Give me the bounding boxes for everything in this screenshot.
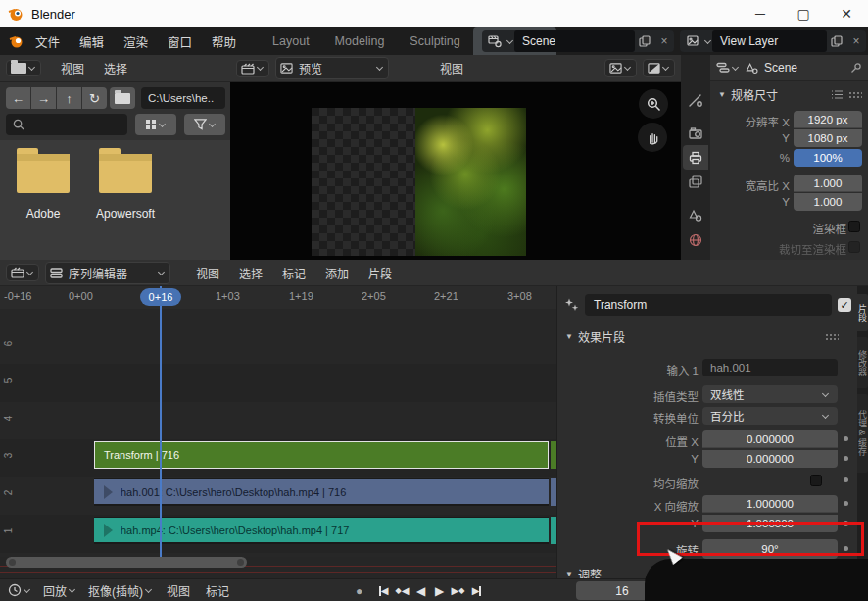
tab-render[interactable] <box>683 121 708 145</box>
menu-edit[interactable]: 编辑 <box>70 32 114 51</box>
animate-dot[interactable] <box>844 501 848 506</box>
interpolation-dropdown[interactable]: 双线性 <box>702 385 838 403</box>
display-mode-button[interactable] <box>135 114 176 135</box>
chevron-down-icon[interactable] <box>732 63 739 70</box>
resolution-y-field[interactable]: 1080 px <box>794 129 862 147</box>
chevron-down-icon[interactable] <box>506 36 513 43</box>
position-y-field[interactable]: 0.000000 <box>702 450 838 468</box>
vtab-modifiers[interactable]: 修改器 <box>857 337 868 388</box>
refresh-button[interactable]: ↻ <box>82 87 107 109</box>
seq-menu-view[interactable]: 视图 <box>186 265 229 281</box>
duplicate-viewlayer-icon[interactable] <box>827 35 846 47</box>
preview-viewport[interactable] <box>230 82 681 260</box>
dimensions-section-header[interactable]: ▼ 规格尺寸 <box>710 81 868 106</box>
tab-tool[interactable] <box>683 87 708 112</box>
folder-item-adobe[interactable]: Adobe <box>4 154 82 221</box>
preview-mode-dropdown[interactable]: 预览 <box>275 57 389 79</box>
display-filter-icon[interactable] <box>716 62 730 74</box>
seq-menu-add[interactable]: 添加 <box>315 265 359 281</box>
menu-file[interactable]: 文件 <box>25 32 70 51</box>
uniform-scale-checkbox[interactable] <box>810 475 822 486</box>
duplicate-scene-icon[interactable] <box>635 35 654 47</box>
translation-unit-dropdown[interactable]: 百分比 <box>702 407 838 425</box>
search-field[interactable] <box>6 114 127 135</box>
tab-scene[interactable] <box>683 203 708 227</box>
play-reverse-button[interactable]: ◀ <box>412 582 429 600</box>
effect-strip-section-header[interactable]: ▼ 效果片段 <box>557 324 858 348</box>
vtab-strip[interactable]: 片段 <box>857 294 868 331</box>
panel-grip-icon[interactable] <box>825 333 839 340</box>
position-x-field[interactable]: 0.000000 <box>702 430 838 448</box>
input1-field[interactable]: hah.001 <box>702 359 838 376</box>
play-button[interactable]: ▶ <box>431 582 448 600</box>
render-border-checkbox[interactable] <box>848 221 860 232</box>
remove-viewlayer-icon[interactable]: × <box>846 34 866 48</box>
next-keyframe-button[interactable]: ▶◆ <box>450 582 466 600</box>
folder-item-apowersoft[interactable]: Apowersoft <box>86 154 165 221</box>
presets-list-icon[interactable] <box>831 89 844 100</box>
hahmp4-strip[interactable]: hah.mp4: C:\Users\hero\Desktop\hah.mp4 |… <box>94 517 549 544</box>
pin-icon[interactable] <box>850 62 862 74</box>
preview-menu-view[interactable]: 视图 <box>430 60 473 76</box>
preview-editor-type-button[interactable] <box>236 60 269 77</box>
scale-x-field[interactable]: 1.000000 <box>702 495 838 513</box>
tab-modeling[interactable]: Modeling <box>322 27 398 55</box>
transform-strip[interactable]: Transform | 716 <box>94 441 549 469</box>
timeline-menu-marker[interactable]: 标记 <box>206 582 229 599</box>
minimize-button[interactable]: ─ <box>739 0 782 27</box>
panel-grip-icon[interactable] <box>848 91 862 98</box>
filter-button[interactable] <box>184 114 225 135</box>
aspect-x-field[interactable]: 1.000 <box>794 175 862 192</box>
timeline-ruler[interactable]: -0+16 0+00 1+03 1+19 2+05 2+21 3+08 <box>0 286 556 309</box>
current-frame-badge[interactable]: 0+16 <box>140 288 181 306</box>
tab-layout[interactable]: Layout <box>260 27 322 55</box>
tab-world[interactable] <box>683 227 708 252</box>
menu-render[interactable]: 渲染 <box>114 32 158 51</box>
viewlayer-icon[interactable] <box>680 34 702 48</box>
search-input[interactable] <box>29 119 114 130</box>
pan-button[interactable] <box>638 123 667 152</box>
back-button[interactable]: ← <box>6 87 30 109</box>
tab-view-layer[interactable] <box>683 170 708 194</box>
maximize-button[interactable]: ▢ <box>782 0 825 27</box>
tab-output[interactable] <box>683 145 708 170</box>
auto-keying-button[interactable]: ● <box>351 582 367 600</box>
forward-button[interactable]: → <box>31 87 56 109</box>
new-folder-button[interactable] <box>110 87 135 109</box>
playback-menu[interactable]: 回放 <box>43 582 76 599</box>
filebrowser-menu-view[interactable]: 视图 <box>51 60 94 76</box>
jump-to-start-button[interactable]: ◀ <box>375 582 392 600</box>
vtab-proxy-cache[interactable]: 代理 & 缓存 <box>857 394 868 473</box>
path-field[interactable]: C:\Users\he.. <box>141 87 225 109</box>
unlink-scene-icon[interactable]: × <box>654 34 674 48</box>
hah001-strip[interactable]: hah.001: C:\Users\hero\Desktop\hah.mp4 |… <box>94 478 549 506</box>
playhead[interactable] <box>160 286 162 567</box>
timeline-editor-type-button[interactable] <box>8 583 31 597</box>
scene-name-field[interactable]: Scene <box>514 30 635 52</box>
animate-dot[interactable] <box>844 477 848 482</box>
close-button[interactable]: ✕ <box>825 0 868 27</box>
animate-dot[interactable] <box>844 456 848 461</box>
aspect-y-field[interactable]: 1.000 <box>794 193 862 211</box>
prev-keyframe-button[interactable]: ◆◀ <box>394 582 410 600</box>
horizontal-scrollbar[interactable] <box>6 557 247 568</box>
chevron-down-icon[interactable] <box>704 36 711 43</box>
display-channels-button[interactable] <box>643 59 675 77</box>
strip-mute-checkbox[interactable]: ✓ <box>838 298 851 312</box>
overlay-toggle-button[interactable] <box>604 59 637 77</box>
timeline-menu-view[interactable]: 视图 <box>167 582 190 599</box>
seq-menu-strip[interactable]: 片段 <box>359 265 402 281</box>
animate-dot[interactable] <box>844 436 848 441</box>
resolution-x-field[interactable]: 1920 px <box>794 111 862 128</box>
seq-menu-marker[interactable]: 标记 <box>272 265 315 281</box>
tab-sculpting[interactable]: Sculpting <box>397 27 472 55</box>
sequencer-view-type-dropdown[interactable]: 序列编辑器 <box>45 262 170 284</box>
filebrowser-menu-select[interactable]: 选择 <box>94 60 137 76</box>
seq-menu-select[interactable]: 选择 <box>229 265 272 281</box>
up-button[interactable]: ↑ <box>57 87 81 109</box>
resolution-pct-slider[interactable]: 100% <box>794 149 862 167</box>
crop-to-border-checkbox[interactable] <box>848 241 860 253</box>
jump-to-end-button[interactable]: ▶ <box>468 582 485 600</box>
blender-menu-icon[interactable] <box>8 32 25 50</box>
viewlayer-name-field[interactable]: View Layer <box>712 30 827 52</box>
